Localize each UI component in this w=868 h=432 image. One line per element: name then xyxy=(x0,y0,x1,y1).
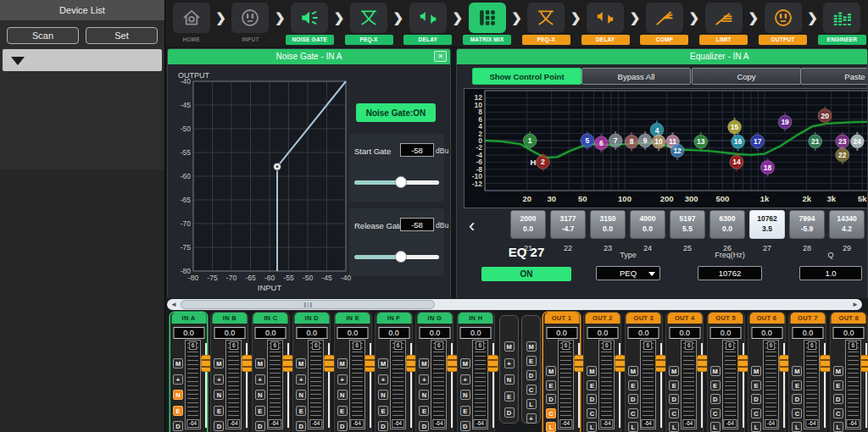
channel-button-m[interactable]: M xyxy=(214,358,224,368)
channel-gain-value[interactable]: 0.0 xyxy=(419,327,450,339)
channel-button-l[interactable]: L xyxy=(792,422,802,432)
channel-button-m[interactable]: M xyxy=(378,358,388,368)
channel-button-m[interactable]: M xyxy=(792,366,802,376)
master-button-e[interactable]: E xyxy=(504,391,515,402)
channel-button-e[interactable]: E xyxy=(792,380,802,390)
channel-strip-in-g[interactable]: IN G0.0M+NED6-64 xyxy=(415,312,453,432)
channel-strip-in-e[interactable]: IN E0.0M+NED6-64 xyxy=(334,312,372,432)
channel-button-e[interactable]: E xyxy=(628,380,638,390)
show-control-point-button[interactable]: Show Control Point xyxy=(472,68,581,85)
master-button-e[interactable]: E xyxy=(526,356,537,366)
toolbar-item-input[interactable]: INPUT xyxy=(226,0,275,45)
channel-button-n[interactable]: N xyxy=(173,390,183,400)
channel-gain-value[interactable]: 0.0 xyxy=(833,327,865,339)
channel-button-e[interactable]: E xyxy=(296,406,306,416)
channel-strip-in-d[interactable]: IN D0.0M+NED6-64 xyxy=(292,312,331,432)
channel-button-l[interactable]: L xyxy=(587,422,597,432)
eq-band-cell-21[interactable]: 20000.0 xyxy=(510,210,546,239)
channel-button-n[interactable]: N xyxy=(460,390,470,400)
channel-button-m[interactable]: M xyxy=(546,366,556,376)
channel-button-c[interactable]: C xyxy=(669,408,679,418)
equalizer-graph[interactable]: 1H24567891011121314151617181920212223241… xyxy=(464,88,868,208)
channel-button-l[interactable]: L xyxy=(751,422,761,432)
toolbar-item-noise-gate[interactable]: NOISE GATE xyxy=(286,0,334,45)
channel-button-d[interactable]: D xyxy=(296,421,306,431)
channel-button-n[interactable]: N xyxy=(419,390,429,400)
channel-button-m[interactable]: M xyxy=(751,366,761,376)
channel-strip-in-f[interactable]: IN F0.0M+NED6-64 xyxy=(375,312,413,432)
channel-button-e[interactable]: E xyxy=(378,406,388,416)
channel-button-c[interactable]: C xyxy=(587,408,597,418)
channel-button-c[interactable]: C xyxy=(710,408,721,418)
channel-button-e[interactable]: E xyxy=(751,380,761,390)
channel-gain-value[interactable]: 0.0 xyxy=(255,327,287,339)
channel-button-c[interactable]: C xyxy=(833,408,843,418)
channel-button-l[interactable]: L xyxy=(833,422,843,432)
channel-button-m[interactable]: M xyxy=(337,358,348,368)
toolbar-item-delay-out[interactable]: DELAY xyxy=(581,0,630,45)
master-button-m[interactable]: M xyxy=(526,341,537,352)
channel-gain-value[interactable]: 0.0 xyxy=(337,327,369,339)
fader-handle[interactable] xyxy=(487,355,498,372)
eq-band-cell-27[interactable]: 107623.5 xyxy=(749,210,785,239)
fader-handle[interactable] xyxy=(242,355,253,372)
channel-button-l[interactable]: L xyxy=(710,422,721,432)
toolbar-item-peq-x-out[interactable]: PEQ-X xyxy=(522,0,570,45)
noise-gate-title-bar[interactable]: Noise Gate - IN A ✕ xyxy=(168,49,450,64)
scan-button[interactable]: Scan xyxy=(7,27,79,44)
channel-button-m[interactable]: M xyxy=(419,358,429,368)
channel-button-e[interactable]: E xyxy=(669,380,679,390)
channel-button-e[interactable]: E xyxy=(710,380,721,390)
channel-button-m[interactable]: M xyxy=(587,366,597,376)
channel-button-n[interactable]: N xyxy=(214,390,224,400)
channel-button-m[interactable]: M xyxy=(296,358,306,368)
channel-strip-in-c[interactable]: IN C0.0M+NED6-64 xyxy=(252,312,290,432)
channel-strip-out-8[interactable]: OUT 80.0MEDCL+6-64 xyxy=(830,312,868,432)
type-dropdown[interactable]: PEQ xyxy=(596,266,660,280)
channel-button-m[interactable]: M xyxy=(460,358,470,368)
master-button-+[interactable]: + xyxy=(526,413,537,424)
eq-band-cell-26[interactable]: 63000.0 xyxy=(709,210,745,239)
eq-band-cell-24[interactable]: 40000.0 xyxy=(630,210,665,239)
channel-button-e[interactable]: E xyxy=(419,406,429,416)
fader-handle[interactable] xyxy=(860,355,868,372)
channel-gain-value[interactable]: 0.0 xyxy=(546,327,577,339)
master-button-d[interactable]: D xyxy=(526,370,537,380)
channel-button-d[interactable]: D xyxy=(628,394,638,404)
bypass-all-button[interactable]: Bypass All xyxy=(581,68,691,85)
channel-button-+[interactable]: + xyxy=(460,374,470,385)
q-input[interactable]: 1.0 xyxy=(799,266,862,280)
channel-button-l[interactable]: L xyxy=(628,422,638,432)
channel-button-e[interactable]: E xyxy=(460,406,470,416)
channel-button-d[interactable]: D xyxy=(214,421,224,431)
channel-button-d[interactable]: D xyxy=(751,394,761,404)
release-gate-value[interactable]: -58 xyxy=(400,218,434,231)
start-gate-slider[interactable] xyxy=(354,176,439,189)
master-strip-2[interactable]: MEDCL+ xyxy=(521,315,541,424)
master-button-d[interactable]: D xyxy=(504,407,515,418)
channel-gain-value[interactable]: 0.0 xyxy=(792,327,823,339)
slider-handle[interactable] xyxy=(395,251,407,263)
device-select-dropdown[interactable] xyxy=(3,49,162,71)
channel-strip-out-5[interactable]: OUT 50.0MEDCL+6-64 xyxy=(707,312,745,432)
channel-button-d[interactable]: D xyxy=(173,421,183,431)
channel-gain-value[interactable]: 0.0 xyxy=(710,327,742,339)
toolbar-item-limit[interactable]: LIMIT xyxy=(699,0,748,45)
master-button-l[interactable]: L xyxy=(526,399,537,409)
channel-gain-value[interactable]: 0.0 xyxy=(751,327,782,339)
eq-band-cell-23[interactable]: 31500.0 xyxy=(590,210,626,239)
channel-button-m[interactable]: M xyxy=(628,366,638,376)
channel-button-l[interactable]: L xyxy=(669,422,679,432)
channel-gain-value[interactable]: 0.0 xyxy=(587,327,618,339)
channel-gain-value[interactable]: 0.0 xyxy=(173,327,204,339)
freq-input[interactable]: 10762 xyxy=(698,266,762,280)
channel-button-c[interactable]: C xyxy=(751,408,761,418)
channel-gain-value[interactable]: 0.0 xyxy=(460,327,492,339)
channel-button-+[interactable]: + xyxy=(173,374,183,385)
channel-button-+[interactable]: + xyxy=(378,374,388,385)
channel-gain-value[interactable]: 0.0 xyxy=(628,327,659,339)
master-strip-1[interactable]: M+NED xyxy=(499,315,519,424)
channel-button-m[interactable]: M xyxy=(833,366,843,376)
equalizer-title-bar[interactable]: Equalizer - IN A xyxy=(457,49,867,64)
channel-button-d[interactable]: D xyxy=(255,421,265,431)
